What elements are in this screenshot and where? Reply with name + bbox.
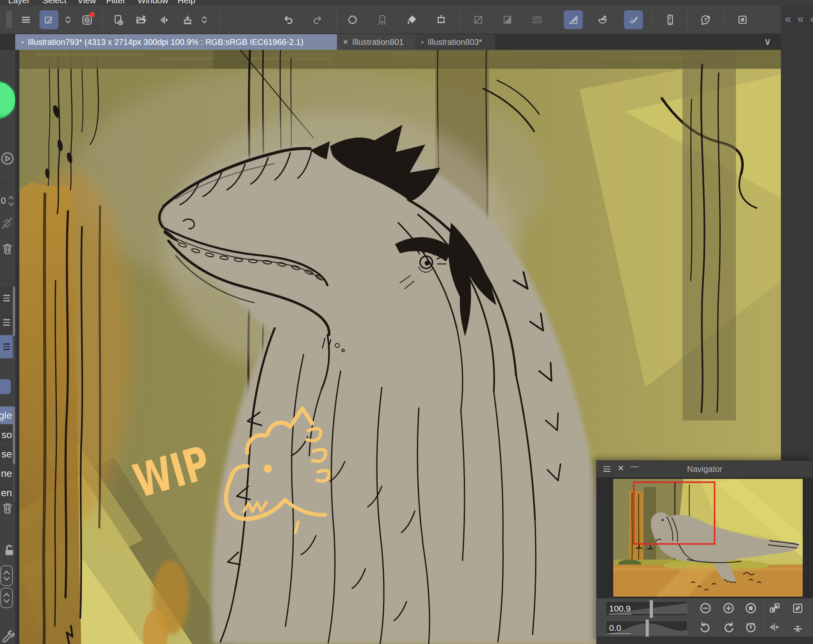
clip-studio-button[interactable]	[77, 10, 96, 29]
fill-tool-button[interactable]	[403, 10, 422, 29]
rotation-slider[interactable]: 0.0	[606, 621, 687, 635]
flip-horizontal-button[interactable]	[766, 619, 784, 635]
rotate-left-button[interactable]	[696, 619, 715, 635]
color-indicator-disc[interactable]	[0, 81, 15, 119]
snap-special-ruler-button[interactable]	[593, 10, 612, 29]
export-button[interactable]	[178, 10, 197, 29]
subtool-item[interactable]: so	[0, 426, 13, 443]
tab-label: Illustration793* (4313 x 2714px 300dpi 1…	[28, 37, 303, 47]
zoom-100-button[interactable]	[742, 600, 760, 616]
close-panel-icon[interactable]: ✕	[617, 463, 624, 473]
list-lines-icon	[3, 295, 10, 301]
navigator-thumbnail[interactable]	[613, 479, 803, 597]
toolbar-separator	[219, 9, 220, 30]
modified-dot-icon: ●	[421, 39, 424, 45]
zoom-in-button[interactable]	[720, 600, 738, 616]
disabled-step-button[interactable]	[0, 216, 14, 232]
zoom-value[interactable]: 100.9	[609, 604, 632, 614]
select-none-button[interactable]	[469, 10, 488, 29]
subtool-item[interactable]: ne	[0, 464, 13, 482]
busy-indicator-button[interactable]	[343, 10, 362, 29]
stepper-button-upper[interactable]	[0, 565, 13, 586]
new-document-button[interactable]	[109, 10, 128, 29]
open-file-button[interactable]	[132, 10, 151, 29]
stepper-button-lower[interactable]	[0, 588, 13, 608]
menu-bar: Layer Select View Filter Window Help	[0, 0, 813, 5]
redo-button[interactable]	[308, 10, 327, 29]
active-tool-button[interactable]	[40, 10, 58, 29]
minimize-panel-icon[interactable]: —	[631, 462, 639, 471]
tab-illustration803[interactable]: ● Illustration803*	[415, 34, 495, 50]
snap-ruler-icon	[568, 14, 579, 26]
fit-window-button[interactable]	[789, 600, 807, 616]
list-scrollbar[interactable]	[13, 287, 15, 361]
toolbar-separator	[460, 9, 461, 30]
close-tab-icon[interactable]: ✕	[343, 38, 348, 47]
snap-to-ruler-button[interactable]	[564, 10, 583, 29]
help-button[interactable]: ?	[696, 10, 715, 29]
modified-dot-icon: ●	[21, 39, 24, 45]
zoom-out-button[interactable]	[696, 600, 715, 616]
deselect-button[interactable]	[373, 10, 392, 29]
toolbar-separator	[102, 9, 102, 30]
fit-to-screen-button[interactable]	[766, 600, 784, 616]
selected-item-fragment[interactable]	[0, 379, 11, 394]
tab-illustration801[interactable]: ✕ Illustration801	[337, 34, 415, 50]
menu-item-select[interactable]: Select	[42, 0, 66, 5]
selection-off-icon	[472, 14, 484, 26]
subtool-item-selected[interactable]: gle	[0, 406, 13, 424]
list-item[interactable]	[0, 311, 13, 334]
tab-overflow-chevron-icon[interactable]: ∨	[764, 36, 771, 47]
navigator-controls: 100.9	[597, 598, 813, 637]
menu-item-view[interactable]: View	[77, 0, 96, 5]
list-item-selected[interactable]	[0, 335, 13, 358]
zoom-slider-handle[interactable]	[649, 600, 653, 618]
rotate-right-button[interactable]	[720, 619, 738, 635]
value-spinner[interactable]: 0	[1, 196, 6, 206]
flip-canvas-button[interactable]	[155, 10, 174, 29]
redo-icon	[311, 14, 323, 26]
fullscreen-button[interactable]	[733, 10, 752, 29]
crossed-chevrons-icon	[0, 216, 14, 230]
list-item[interactable]	[0, 287, 13, 310]
panel-canvas-gap	[15, 50, 19, 644]
delete-subtool-button[interactable]	[0, 501, 14, 517]
companion-mode-button[interactable]	[661, 10, 680, 29]
unlocked-padlock-icon	[1, 542, 15, 556]
tab-illustration793[interactable]: ● Illustration793* (4313 x 2714px 300dpi…	[15, 34, 337, 50]
panel-menu-icon[interactable]	[603, 466, 610, 472]
lock-toggle[interactable]	[1, 542, 15, 558]
menu-item-window[interactable]: Window	[138, 0, 168, 5]
menu-item-layer[interactable]: Layer	[8, 0, 30, 5]
spinner-stepper[interactable]	[7, 194, 15, 210]
settings-button[interactable]	[1, 630, 15, 644]
toolbar-drag-handle[interactable]	[7, 11, 12, 28]
expand-panels-chevrons-icon[interactable]: « « «	[785, 13, 813, 26]
delete-button[interactable]	[0, 242, 14, 257]
selection-border-button[interactable]	[528, 10, 547, 29]
snap-to-grid-button[interactable]	[624, 10, 643, 29]
subtool-item[interactable]: en	[0, 484, 13, 502]
navigator-preview-area[interactable]	[597, 477, 813, 598]
menu-item-filter[interactable]: Filter	[106, 0, 126, 5]
invert-selection-button[interactable]	[498, 10, 517, 29]
list-lines-icon	[3, 343, 10, 350]
play-circle-button[interactable]	[0, 151, 15, 168]
menu-item-help[interactable]: Help	[178, 0, 195, 5]
subtool-scrollbar[interactable]	[13, 406, 15, 502]
zoom-slider[interactable]: 100.9	[606, 601, 687, 616]
export-variant-stepper[interactable]	[195, 10, 214, 29]
undo-button[interactable]	[279, 10, 298, 29]
expand-window-icon	[737, 14, 748, 26]
main-menu-button[interactable]	[16, 10, 35, 29]
flip-vertical-button[interactable]	[789, 619, 807, 635]
rotation-value[interactable]: 0.0	[609, 623, 631, 634]
navigator-title-bar[interactable]: Navigator ✕ —	[597, 461, 813, 477]
snap-curve-ruler-icon	[597, 14, 608, 26]
hamburger-icon	[21, 14, 31, 25]
tool-variant-stepper[interactable]	[58, 10, 77, 29]
rotation-slider-handle[interactable]	[645, 619, 649, 637]
reset-rotation-button[interactable]	[742, 619, 760, 635]
transform-button[interactable]	[432, 10, 451, 29]
subtool-item[interactable]: se	[0, 445, 13, 463]
